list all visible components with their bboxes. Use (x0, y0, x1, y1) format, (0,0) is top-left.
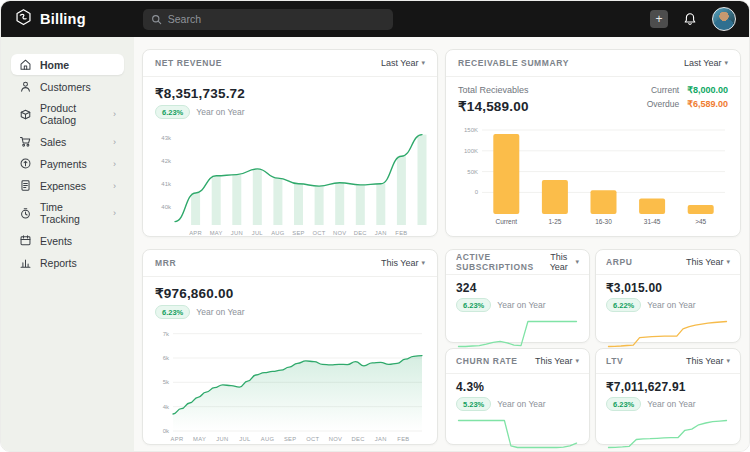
svg-text:1-25: 1-25 (548, 218, 561, 225)
receivable-summary-card: RECEIVABLE SUMMARY Last Year ▾ Total Rec… (445, 49, 741, 237)
chevron-down-icon: ▾ (421, 259, 425, 267)
net-revenue-value: ₹8,351,735.72 (155, 85, 425, 101)
sidebar-item-label: Time Tracking (40, 201, 105, 225)
svg-text:JAN: JAN (375, 436, 387, 442)
svg-text:7k: 7k (163, 331, 170, 337)
current-label: Current (651, 85, 679, 95)
svg-text:31-45: 31-45 (644, 218, 661, 225)
user-avatar[interactable] (712, 7, 736, 31)
sidebar-item-sales[interactable]: Sales › (11, 131, 124, 152)
sidebar-item-time-tracking[interactable]: Time Tracking › (11, 197, 124, 229)
svg-text:42k: 42k (161, 158, 172, 164)
svg-text:FEB: FEB (395, 230, 407, 236)
overdue-label: Overdue (647, 99, 680, 109)
svg-text:NOV: NOV (333, 230, 346, 236)
active-subscriptions-value: 324 (456, 281, 579, 295)
yoy-caption: Year on Year (647, 399, 695, 409)
card-title: MRR (155, 258, 176, 268)
svg-text:MAY: MAY (210, 230, 223, 236)
sidebar-item-customers[interactable]: Customers (11, 76, 124, 97)
add-new-button[interactable]: + (650, 10, 668, 28)
home-icon (19, 58, 32, 71)
period-dropdown[interactable]: Last Year ▾ (684, 58, 728, 68)
brand: Billing (14, 8, 86, 31)
sidebar-item-product-catalog[interactable]: Product Catalog › (11, 98, 124, 130)
expenses-icon (19, 179, 32, 192)
yoy-badge: 6.23% (456, 298, 491, 312)
svg-text:5k: 5k (163, 379, 170, 385)
notifications-bell-icon[interactable] (683, 12, 697, 26)
period-dropdown[interactable]: This Year ▾ (535, 356, 579, 366)
svg-text:FEB: FEB (397, 436, 409, 442)
period-dropdown[interactable]: Last Year ▾ (381, 58, 425, 68)
dashboard-main: NET REVENUE Last Year ▾ ₹8,351,735.72 6.… (134, 37, 749, 452)
svg-text:Current: Current (495, 218, 517, 225)
events-icon (19, 234, 32, 247)
card-title: LTV (606, 356, 623, 366)
svg-text:0k: 0k (163, 428, 170, 434)
svg-text:16-30: 16-30 (595, 218, 612, 225)
svg-text:NOV: NOV (329, 436, 342, 442)
period-dropdown[interactable]: This Year ▾ (686, 257, 730, 267)
svg-text:100K: 100K (464, 148, 478, 154)
arpu-card: ARPU This Year ▾ ₹3,015.00 6.22% Year on… (595, 249, 741, 343)
chevron-right-icon: › (113, 208, 116, 218)
total-receivables-value: ₹14,589.00 (458, 98, 529, 114)
churn-rate-sparkline (456, 418, 579, 450)
yoy-badge: 5.23% (456, 397, 491, 411)
ltv-card: LTV This Year ▾ ₹7,011,627.91 6.23% Year… (595, 348, 741, 445)
total-receivables-label: Total Recievables (458, 85, 529, 95)
app-title: Billing (40, 11, 86, 27)
net-revenue-card: NET REVENUE Last Year ▾ ₹8,351,735.72 6.… (142, 49, 438, 237)
sidebar-item-home[interactable]: Home (11, 54, 124, 75)
svg-text:JUN: JUN (231, 230, 243, 236)
current-value: ₹8,000.00 (687, 85, 728, 95)
mrr-value: ₹976,860.00 (155, 285, 425, 301)
chevron-down-icon: ▾ (575, 357, 579, 365)
churn-rate-value: 4.3% (456, 380, 579, 394)
card-title: RECEIVABLE SUMMARY (458, 58, 569, 68)
customers-icon (19, 80, 32, 93)
svg-text:JUN: JUN (216, 436, 228, 442)
chevron-down-icon: ▾ (726, 258, 730, 266)
arpu-value: ₹3,015.00 (606, 281, 730, 295)
chevron-down-icon: ▾ (726, 357, 730, 365)
svg-text:40k: 40k (161, 204, 172, 210)
sidebar-item-payments[interactable]: Payments › (11, 153, 124, 174)
sidebar-item-label: Events (40, 235, 72, 247)
svg-text:41k: 41k (161, 181, 172, 187)
svg-text:0: 0 (475, 189, 479, 195)
yoy-badge: 6.23% (155, 105, 190, 119)
period-dropdown[interactable]: This Year ▾ (545, 252, 579, 272)
reports-icon (19, 256, 32, 269)
svg-text:43k: 43k (161, 135, 172, 141)
arpu-sparkline (606, 319, 729, 349)
svg-text:SEP: SEP (284, 436, 297, 442)
chevron-down-icon: ▾ (724, 59, 728, 67)
svg-text:AUG: AUG (261, 436, 275, 442)
active-subscriptions-sparkline (456, 319, 579, 349)
sidebar-item-expenses[interactable]: Expenses › (11, 175, 124, 196)
sidebar-item-label: Reports (40, 257, 77, 269)
search-bar[interactable] (143, 9, 393, 30)
billing-app-window: Billing + Home (0, 0, 750, 452)
yoy-badge: 6.22% (606, 298, 641, 312)
svg-text:DEC: DEC (354, 230, 367, 236)
svg-text:APR: APR (189, 230, 202, 236)
card-title: NET REVENUE (155, 58, 222, 68)
period-dropdown[interactable]: This Year ▾ (686, 356, 730, 366)
yoy-caption: Year on Year (497, 300, 545, 310)
ltv-value: ₹7,011,627.91 (606, 380, 730, 394)
sidebar-item-reports[interactable]: Reports (11, 252, 124, 273)
sidebar-item-events[interactable]: Events (11, 230, 124, 251)
yoy-badge: 6.23% (606, 397, 641, 411)
billing-logo-icon (14, 8, 33, 31)
yoy-caption: Year on Year (196, 307, 244, 317)
svg-text:MAY: MAY (193, 436, 206, 442)
svg-text:150K: 150K (464, 127, 478, 133)
period-dropdown[interactable]: This Year ▾ (381, 258, 425, 268)
mrr-chart: 7k6k5k4k0kAPRMAYJUNJULAUGSEPOCTNOVDECJAN… (155, 326, 427, 444)
search-input[interactable] (168, 13, 385, 25)
time-tracking-icon (19, 207, 32, 220)
chevron-right-icon: › (113, 159, 116, 169)
